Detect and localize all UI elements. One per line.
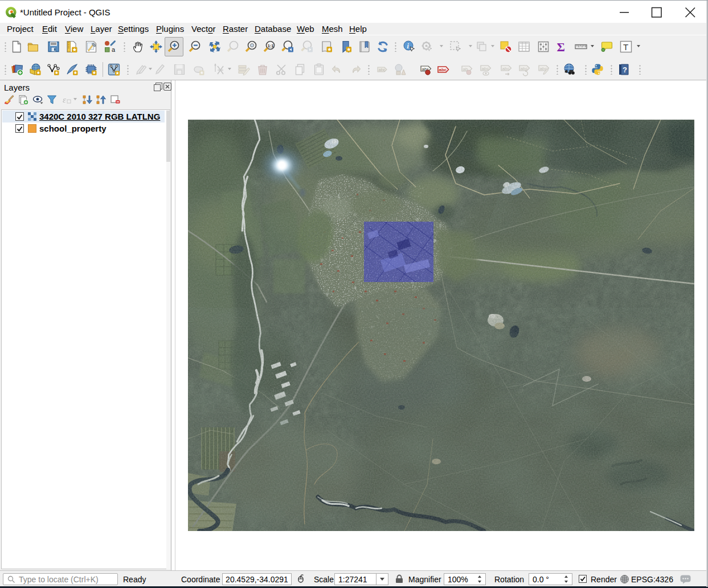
svg-text:abc: abc xyxy=(439,67,447,72)
svg-text:?: ? xyxy=(623,66,627,74)
svg-text:abc: abc xyxy=(482,66,489,71)
svg-text:a: a xyxy=(112,46,116,53)
svg-text:ε: ε xyxy=(63,95,66,104)
svg-text:Σ: Σ xyxy=(557,40,565,54)
svg-text:abc: abc xyxy=(521,66,528,71)
svg-text:1:1: 1:1 xyxy=(268,43,274,48)
svg-text:abc: abc xyxy=(502,66,510,71)
svg-text:T: T xyxy=(623,42,628,52)
svg-text:abc: abc xyxy=(379,67,386,72)
